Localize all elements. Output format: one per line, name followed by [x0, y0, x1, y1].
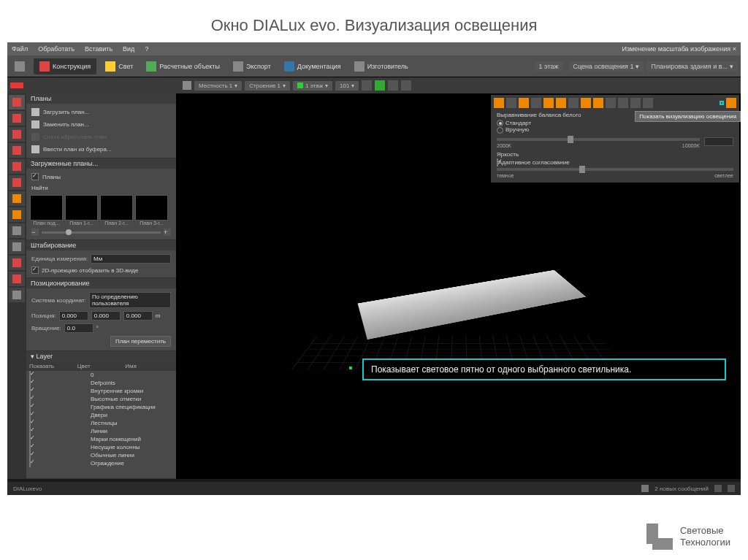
rail-btn-3[interactable] — [9, 127, 25, 142]
radio-standard[interactable] — [497, 120, 503, 126]
vis-tool-7[interactable] — [568, 98, 579, 108]
menu-file[interactable]: Файл — [12, 45, 28, 53]
menu-edit[interactable]: Обработать — [38, 45, 75, 53]
kelvin-field[interactable] — [704, 137, 733, 146]
vis-tool-11[interactable] — [618, 98, 628, 108]
tab-calc[interactable]: Расчетные объекты — [142, 61, 224, 72]
menu-view[interactable]: Вид — [123, 45, 134, 53]
tab-docs[interactable]: Документация — [280, 61, 346, 72]
vis-tool-3[interactable] — [519, 98, 529, 108]
thumb-3[interactable] — [135, 195, 168, 220]
layer-row[interactable]: Несущие колонны — [26, 443, 176, 451]
status-icon-2[interactable] — [728, 485, 735, 492]
brightness-slider[interactable] — [497, 168, 733, 171]
layer-row[interactable]: 0 — [26, 371, 176, 379]
breadcrumb-building[interactable]: Строение 1 ▾ — [245, 81, 290, 91]
breadcrumb-room[interactable]: 101 ▾ — [335, 81, 359, 91]
layer-row[interactable]: Двери — [26, 411, 176, 419]
ctx-tool-2[interactable] — [375, 80, 385, 91]
vis-tool-4[interactable] — [531, 98, 541, 108]
layer-row[interactable]: Линии — [26, 427, 176, 435]
replace-plan[interactable]: Заменить план... — [28, 118, 174, 131]
vis-tool-14[interactable] — [726, 98, 736, 108]
show-light-visualization-button[interactable] — [720, 101, 724, 105]
search-label: Найти — [28, 183, 174, 193]
plans-checkbox[interactable]: Планы — [28, 171, 174, 183]
unit-select[interactable]: Мм — [91, 254, 171, 264]
layer-row[interactable]: Defpoints — [26, 379, 176, 387]
dropdown-planning[interactable]: Планировка здания и в... ▾ — [646, 61, 738, 72]
buffer-plan[interactable]: Ввести план из буфера... — [28, 143, 174, 156]
vis-tool-12[interactable] — [630, 98, 641, 108]
vis-tool-13[interactable] — [643, 98, 653, 108]
vis-tool-8[interactable] — [581, 98, 591, 108]
pos-x-input[interactable] — [59, 311, 88, 321]
layer-row[interactable]: Внутренние кромки — [26, 387, 176, 395]
layer-name: Линии — [91, 428, 173, 434]
vis-tool-2[interactable] — [506, 98, 516, 108]
layer-row[interactable]: Марки помещений — [26, 435, 176, 443]
menubar-right[interactable]: Изменение масштаба изображения × — [622, 45, 736, 53]
vis-tool-9[interactable] — [593, 98, 603, 108]
thumb-0[interactable] — [30, 195, 63, 220]
layer-visibility-checkbox[interactable] — [29, 459, 31, 467]
thumb-1[interactable] — [65, 195, 98, 220]
2d3d-checkbox[interactable] — [31, 266, 39, 274]
viewport[interactable]: Показать визуализацию освещения Выравнив… — [176, 93, 741, 479]
kelvin-slider[interactable] — [497, 138, 700, 141]
layer-row[interactable]: Обычные линии — [26, 451, 176, 459]
ctx-ico-1[interactable] — [183, 81, 191, 90]
dropdown-floor-ribbon[interactable]: 1 этаж — [535, 61, 563, 72]
pos-y-input[interactable] — [91, 311, 121, 321]
visualization-panel: Показать визуализацию освещения Выравнив… — [491, 95, 739, 183]
coord-select[interactable]: По определению пользователя — [89, 292, 171, 308]
rail-btn-5[interactable] — [9, 159, 25, 174]
layers-header[interactable]: ▾ Layer — [26, 351, 176, 361]
message-icon[interactable] — [641, 485, 649, 492]
rail-btn-12[interactable] — [9, 272, 25, 286]
dropdown-scene[interactable]: Сцена освещения 1 ▾ — [569, 61, 644, 72]
tab-light[interactable]: Свет — [101, 61, 137, 72]
layer-row[interactable]: Высотные отметки — [26, 395, 176, 403]
ctx-tool-3[interactable] — [388, 80, 398, 91]
menu-insert[interactable]: Вставить — [85, 45, 112, 53]
vis-tool-5[interactable] — [543, 98, 554, 108]
rail-btn-11[interactable] — [9, 256, 25, 270]
status-icon-1[interactable] — [714, 485, 722, 492]
rotation-input[interactable] — [64, 323, 94, 333]
layer-row[interactable]: Ограждение — [26, 459, 176, 467]
adaptive-checkbox[interactable] — [497, 158, 498, 166]
move-plan-button[interactable]: План переместить — [110, 336, 171, 347]
plus-icon[interactable]: + — [164, 229, 171, 236]
rail-btn-10[interactable] — [9, 239, 25, 254]
rail-btn-1[interactable] — [9, 95, 25, 110]
menu-help[interactable]: ? — [145, 45, 148, 53]
layer-row[interactable]: Лестницы — [26, 419, 176, 427]
pos-z-input[interactable] — [123, 311, 153, 321]
ctx-tool-1[interactable] — [362, 80, 372, 91]
radio-manual[interactable] — [497, 127, 503, 134]
tab-mfg[interactable]: Изготовитель — [350, 61, 413, 72]
minus-icon[interactable]: − — [31, 229, 39, 236]
rail-btn-13[interactable] — [9, 288, 25, 302]
rail-btn-4[interactable] — [9, 143, 25, 158]
breadcrumb-terrain[interactable]: Местность 1 ▾ — [194, 81, 242, 91]
rail-btn-8[interactable] — [9, 207, 25, 222]
load-plan[interactable]: Загрузить план... — [28, 106, 174, 118]
breadcrumb-floor[interactable]: 1 этаж ▾ — [293, 81, 332, 91]
rail-btn-2[interactable] — [9, 111, 25, 126]
thumb-slider[interactable]: − + — [28, 227, 174, 237]
vis-tool-1[interactable] — [494, 98, 504, 108]
thumb-2[interactable] — [100, 195, 133, 220]
tab-export[interactable]: Экспорт — [229, 61, 275, 72]
rail-btn-6[interactable] — [9, 175, 25, 190]
vis-tool-6[interactable] — [556, 98, 566, 108]
status-messages[interactable]: 2 новых сообщений — [654, 486, 709, 492]
tab-construction[interactable]: Конструкция — [34, 58, 96, 74]
rail-btn-9[interactable] — [9, 223, 25, 238]
vis-tool-10[interactable] — [606, 98, 616, 108]
ctx-tool-4[interactable] — [401, 80, 411, 91]
rail-btn-7[interactable] — [9, 191, 25, 206]
ribbon-logo[interactable] — [10, 61, 29, 72]
layer-row[interactable]: Графика спецификации — [26, 403, 176, 411]
